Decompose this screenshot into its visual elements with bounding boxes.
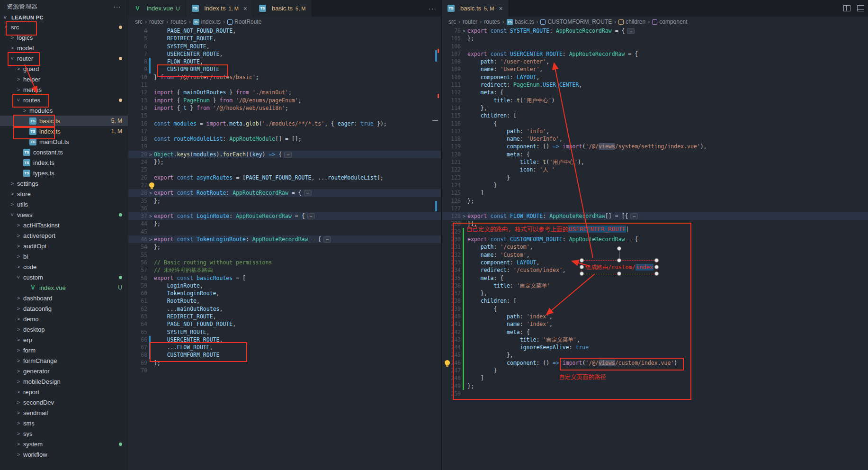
git-gutter-add [463,274,464,282]
line-number: 19 [128,143,147,150]
tree-item-helper[interactable]: >helper [0,74,128,84]
file-label: helper [23,76,40,83]
explorer-more-icon[interactable]: ··· [113,3,121,10]
tree-item-store[interactable]: >store [0,189,128,199]
code-line-116: 116 { [442,120,868,127]
split-editor-icon[interactable] [843,5,850,11]
tree-item-generator[interactable]: >generator [0,366,128,376]
tab-basic.ts[interactable]: TSbasic.ts5, M× [442,0,509,17]
tree-item-modules[interactable]: >modules [0,105,128,116]
tree-item-report[interactable]: >report [0,387,128,397]
fold-chevron-icon[interactable]: > [461,27,467,35]
fold-chevron-icon[interactable]: > [461,213,467,220]
line-number: 45 [128,228,147,235]
tree-item-mainOut.ts[interactable]: TSmainOut.ts [0,136,128,147]
change-dot [119,57,122,60]
breadcrumb-routes[interactable]: routes [484,18,500,25]
tree-item-src[interactable]: >src [0,22,128,32]
tree-item-secondDev[interactable]: >secondDev [0,397,128,407]
tree-item-utils[interactable]: >utils [0,199,128,209]
breadcrumb-index.ts[interactable]: TSindex.ts [193,18,221,25]
tree-item-formChange[interactable]: >formChange [0,355,128,366]
tree-item-code[interactable]: >code [0,262,128,272]
ts-file-icon: TS [29,118,36,125]
close-icon[interactable]: × [243,5,247,12]
breadcrumb-src[interactable]: src [135,18,143,25]
breadcrumb-basic.ts[interactable]: TSbasic.ts [507,18,534,25]
tree-item-routes[interactable]: >routes [0,95,128,105]
tree-item-system[interactable]: >system [0,439,128,449]
layout-icon[interactable] [857,5,864,11]
tab-index.ts[interactable]: TSindex.ts1, M× [186,0,253,17]
tree-item-workflow[interactable]: >workflow [0,449,128,460]
tree-item-menus[interactable]: >menus [0,84,128,95]
file-label: types.ts [33,170,54,177]
tab-index.vue[interactable]: Vindex.vueU [128,0,186,17]
tab-label: index.vue [147,5,173,12]
file-label: demo [23,316,39,323]
line-number: 114 [442,104,461,112]
breadcrumb-children[interactable]: children [618,18,645,25]
tree-item-dashboard[interactable]: >dashboard [0,293,128,303]
lightbulb-icon[interactable] [445,360,450,365]
tree-item-auditOpt[interactable]: >auditOpt [0,241,128,251]
breadcrumb-src[interactable]: src [448,18,456,25]
tree-item-bi[interactable]: >bi [0,251,128,262]
close-icon[interactable]: × [499,5,502,12]
explorer-title: 资源管理器 [7,2,37,11]
tab-basic.ts[interactable]: TSbasic.ts5, M [253,0,312,17]
breadcrumbs-left: src›router›routes›TSindex.ts›RootRoute [128,17,441,27]
tree-item-views[interactable]: >views [0,209,128,220]
tree-item-constant.ts[interactable]: TSconstant.ts [0,147,128,157]
breadcrumb-router[interactable]: router [149,18,164,25]
tree-item-activereport[interactable]: >activereport [0,230,128,241]
line-number: 68 [128,351,147,359]
file-tree: >src>logics>model>router>guard>helper>me… [0,22,128,460]
overview-mark-modified [435,201,437,211]
code-editor-index-ts[interactable]: 4 PAGE_NOT_FOUND_ROUTE,5 REDIRECT_ROUTE,… [128,27,441,470]
tree-item-dataconfig[interactable]: >dataconfig [0,303,128,314]
tree-item-router[interactable]: >router [0,53,128,63]
git-gutter-add [463,305,464,313]
line-number: 8 [128,58,147,65]
tree-item-erp[interactable]: >erp [0,334,128,345]
line-number: 60 [128,289,147,297]
tree-item-form[interactable]: >form [0,345,128,355]
code-line-45: 45 [128,228,441,235]
breadcrumb-routes[interactable]: routes [170,18,186,25]
tree-item-actHiTaskinst[interactable]: >actHiTaskinst [0,220,128,230]
tree-item-demo[interactable]: >demo [0,314,128,324]
fold-chevron-icon[interactable]: > [147,236,154,244]
tree-item-logics[interactable]: >logics [0,32,128,43]
tree-item-desktop[interactable]: >desktop [0,324,128,334]
fold-chevron-icon[interactable]: > [147,151,154,159]
lightbulb-icon[interactable] [149,182,154,188]
line-number: 120 [442,151,461,158]
tree-item-types.ts[interactable]: TStypes.ts [0,168,128,178]
breadcrumb-component[interactable]: component [652,18,687,25]
breadcrumb-separator: › [166,18,168,25]
tree-item-mobileDesign[interactable]: >mobileDesign [0,376,128,387]
tree-item-sms[interactable]: >sms [0,418,128,428]
line-number: 7 [128,50,147,58]
project-section-header[interactable]: > LEARUN PC [0,13,128,22]
breadcrumb-RootRoute[interactable]: RootRoute [227,18,261,25]
tree-item-index.ts[interactable]: TSindex.ts [0,157,128,168]
tree-item-basic.ts[interactable]: TSbasic.ts5, M [0,116,128,126]
tree-item-guard[interactable]: >guard [0,63,128,74]
line-number: 125 [442,189,461,197]
tree-item-index.ts[interactable]: TSindex.ts1, M [0,126,128,136]
tree-item-index.vue[interactable]: Vindex.vueU [0,282,128,293]
code-editor-basic-ts[interactable]: 76>export const SYSTEM_ROUTE: AppRouteRe… [442,27,868,470]
editor-actions-more-icon[interactable]: ··· [429,0,437,17]
tree-item-settings[interactable]: >settings [0,178,128,189]
fold-chevron-icon[interactable]: > [147,213,154,220]
tree-item-sys[interactable]: >sys [0,428,128,439]
breadcrumb-CUSTOMFORM_ROUTE[interactable]: CUSTOMFORM_ROUTE [540,18,612,25]
tree-item-sendmail[interactable]: >sendmail [0,407,128,418]
tree-item-model[interactable]: >model [0,43,128,53]
tree-item-custom[interactable]: >custom [0,272,128,282]
breadcrumb-router[interactable]: router [463,18,477,25]
fold-chevron-icon[interactable]: > [147,190,154,197]
line-number: 109 [442,65,461,73]
